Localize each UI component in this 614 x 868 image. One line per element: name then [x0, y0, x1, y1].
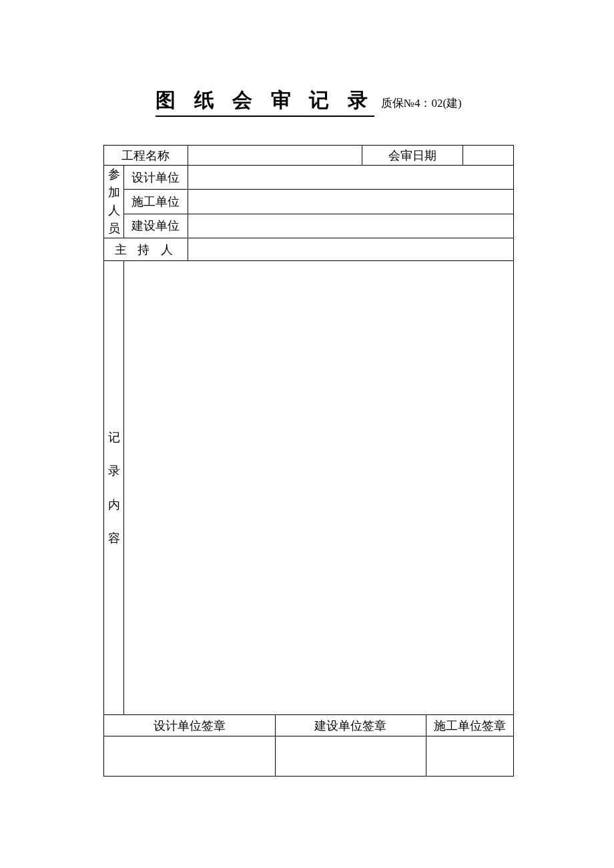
value-construction-unit — [188, 190, 513, 214]
label-review-date: 会审日期 — [362, 146, 463, 166]
form-table: 工程名称 会审日期 参加人员 设计单位 施工单位 建设单位 主 持 人 记录 — [103, 145, 514, 777]
label-participants: 参加人员 — [104, 166, 124, 238]
label-record-content: 记录内容 — [104, 261, 124, 715]
value-record-content — [124, 261, 514, 715]
label-host: 主 持 人 — [104, 238, 188, 261]
label-sig-design: 设计单位签章 — [104, 715, 276, 736]
value-sig-build — [275, 736, 426, 777]
label-design-unit: 设计单位 — [124, 166, 188, 190]
title-row: 图 纸 会 审 记 录 质保№4：02(建) — [103, 87, 514, 117]
value-project-name — [188, 146, 362, 166]
form-title: 图 纸 会 审 记 录 — [156, 87, 374, 117]
form-code: 质保№4：02(建) — [381, 97, 462, 110]
label-build-unit: 建设单位 — [124, 214, 188, 238]
value-build-unit — [188, 214, 513, 238]
value-host — [188, 238, 513, 261]
label-project-name: 工程名称 — [104, 146, 188, 166]
value-review-date — [463, 146, 514, 166]
page-container: 图 纸 会 审 记 录 质保№4：02(建) 工程名称 会审日期 参加人员 设计… — [0, 0, 614, 777]
label-sig-build: 建设单位签章 — [275, 715, 426, 736]
value-design-unit — [188, 166, 513, 190]
value-sig-design — [104, 736, 276, 777]
value-sig-construction — [426, 736, 514, 777]
label-sig-construction: 施工单位签章 — [426, 715, 514, 736]
label-construction-unit: 施工单位 — [124, 190, 188, 214]
